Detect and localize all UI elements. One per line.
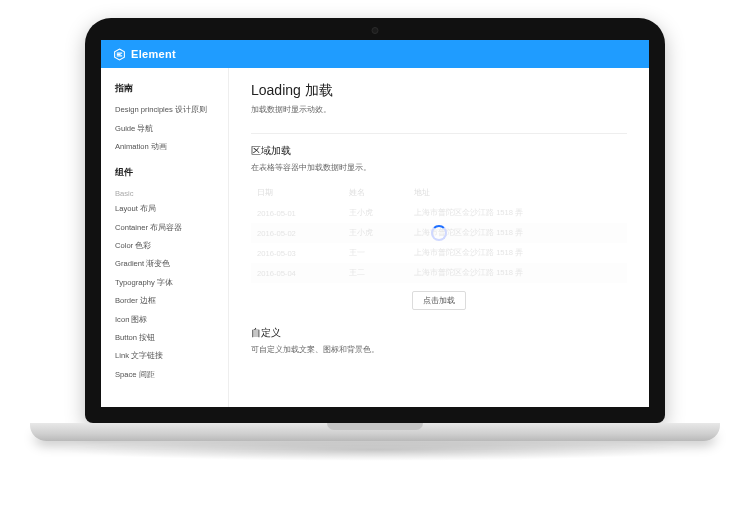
screen: Element 指南 Design principles 设计原则 Guide … — [101, 40, 649, 407]
sidebar: 指南 Design principles 设计原则 Guide 导航 Anima… — [101, 68, 229, 407]
section-area-loading-desc: 在表格等容器中加载数据时显示。 — [251, 162, 627, 173]
content-wrapper: 指南 Design principles 设计原则 Guide 导航 Anima… — [101, 68, 649, 407]
sidebar-item-guide[interactable]: Guide 导航 — [115, 119, 222, 137]
section-custom-desc: 可自定义加载文案、图标和背景色。 — [251, 344, 627, 355]
brand-logo-icon — [113, 48, 126, 61]
sidebar-item-design-principles[interactable]: Design principles 设计原则 — [115, 101, 222, 119]
sidebar-item-container[interactable]: Container 布局容器 — [115, 219, 222, 237]
sidebar-section-components-title: 组件 — [115, 166, 222, 179]
sidebar-item-color[interactable]: Color 色彩 — [115, 237, 222, 255]
sidebar-item-border[interactable]: Border 边框 — [115, 292, 222, 310]
sidebar-item-button[interactable]: Button 按钮 — [115, 329, 222, 347]
loading-overlay — [251, 183, 627, 283]
brand-name: Element — [131, 48, 176, 60]
laptop-bezel: Element 指南 Design principles 设计原则 Guide … — [85, 18, 665, 423]
laptop-camera — [372, 27, 379, 34]
topbar: Element — [101, 40, 649, 68]
main-content: Loading 加载 加载数据时显示动效。 区域加载 在表格等容器中加载数据时显… — [229, 68, 649, 407]
sidebar-subhead-basic: Basic — [115, 185, 222, 200]
page-desc: 加载数据时显示动效。 — [251, 104, 627, 115]
sidebar-item-animation[interactable]: Animation 动画 — [115, 138, 222, 156]
sidebar-item-icon[interactable]: Icon 图标 — [115, 310, 222, 328]
laptop-frame: Element 指南 Design principles 设计原则 Guide … — [0, 0, 750, 531]
section-custom-title: 自定义 — [251, 326, 627, 340]
page-title: Loading 加载 — [251, 82, 627, 100]
section-area-loading-title: 区域加载 — [251, 144, 627, 158]
sidebar-item-link[interactable]: Link 文字链接 — [115, 347, 222, 365]
sidebar-section-guide-title: 指南 — [115, 82, 222, 95]
sidebar-item-typography[interactable]: Typography 字体 — [115, 274, 222, 292]
sidebar-item-space[interactable]: Space 间距 — [115, 366, 222, 384]
sidebar-item-layout[interactable]: Layout 布局 — [115, 200, 222, 218]
divider — [251, 133, 627, 134]
sidebar-item-gradient[interactable]: Gradient 渐变色 — [115, 255, 222, 273]
button-row: 点击加载 — [251, 291, 627, 310]
loading-table-container: 日期 姓名 地址 2016-05-01 王小虎 上海市普陀区金沙江路 1518 … — [251, 183, 627, 283]
laptop-trackpad-notch — [327, 423, 423, 430]
laptop-base — [30, 423, 720, 441]
loading-spinner-icon — [431, 225, 447, 241]
trigger-loading-button[interactable]: 点击加载 — [412, 291, 466, 310]
laptop-shadow — [55, 439, 695, 461]
